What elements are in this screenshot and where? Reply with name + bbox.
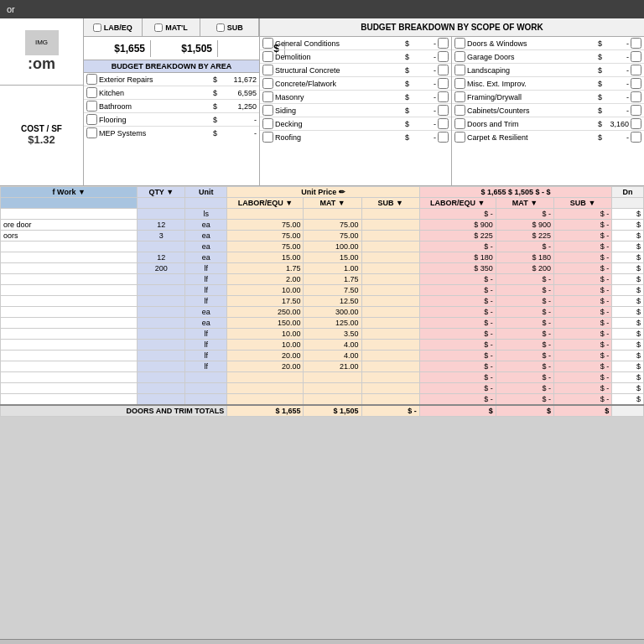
row-dt: $ [612,274,644,285]
sub-checkbox[interactable] [216,23,225,32]
area-checkbox-3[interactable] [86,114,97,125]
table-row: ea 75.00 100.00 $ - $ - $ - $ [1,242,644,252]
scope-check-11[interactable] [454,78,465,89]
area-checkbox-0[interactable] [86,74,97,85]
row-unit: lf [185,263,227,274]
scope-check-1[interactable] [262,51,273,62]
row-labor-total: $ - [419,340,496,351]
scope-check-15[interactable] [454,132,465,143]
row-mat-total: $ - [496,209,553,220]
row-labor-total: $ - [419,394,496,406]
scope-check-3b[interactable] [438,78,449,89]
col-dn: Dn [612,187,644,198]
row-labor-price: 150.00 [227,318,304,329]
scope-check-10[interactable] [454,65,465,75]
row-sub-total: $ - [554,263,612,274]
row-labor-total: $ - [419,307,496,318]
row-desc: ore door [1,220,138,231]
scope-check-3[interactable] [262,78,273,89]
scope-check-13[interactable] [454,105,465,116]
scope-check-7b[interactable] [438,132,449,143]
row-labor-total: $ - [419,361,496,372]
row-unit: lf [185,296,227,307]
row-desc [1,351,138,361]
row-labor-price [227,383,304,394]
scope-check-5b[interactable] [438,105,449,116]
row-mat-price: 12.50 [304,296,361,307]
scope-check-9[interactable] [454,51,465,62]
sub-header: SUB [200,18,259,36]
col-qty: QTY ▼ [138,187,185,198]
labEq-header: LAB/EQ [84,18,143,36]
matl-checkbox[interactable] [154,23,163,32]
row-qty [138,307,185,318]
row-labor-price: 15.00 [227,252,304,263]
scope-check-6[interactable] [262,118,273,129]
scope-title: BUDGET BREAKDOWN BY SCOPE OF WORK [260,18,644,37]
row-labor-price: 2.00 [227,274,304,285]
row-mat-price: 75.00 [304,220,361,231]
scope-item-1: Demolition $ - [260,50,451,64]
row-mat-total: $ 900 [496,220,553,231]
title-bar: or [0,0,644,18]
scope-check-8b[interactable] [631,38,641,49]
row-qty [138,351,185,361]
scope-check-0[interactable] [262,38,273,49]
scope-check-14[interactable] [454,118,465,129]
row-dt: $ [612,231,644,242]
scope-check-6b[interactable] [438,118,449,129]
table-row: ore door 12 ea 75.00 75.00 $ 900 $ 900 $… [1,220,644,231]
row-sub-total: $ - [554,307,612,318]
scope-check-8[interactable] [454,38,465,49]
row-sub-total: $ - [554,361,612,372]
scope-check-5[interactable] [262,105,273,116]
scope-check-12[interactable] [454,91,465,102]
scope-item-2: Structural Concrete $ - [260,64,451,77]
row-labor-total: $ - [419,383,496,394]
totals-row: DOORS AND TRIM TOTALS $ 1,655 $ 1,505 $ … [1,405,644,417]
scope-check-4[interactable] [262,91,273,102]
row-labor-total: $ - [419,296,496,307]
scope-check-13b[interactable] [631,105,641,116]
scope-check-2[interactable] [262,65,273,75]
row-mat-total: $ - [496,307,553,318]
area-checkbox-1[interactable] [86,87,97,98]
row-sub-total: $ - [554,252,612,263]
row-sub-price [361,252,419,263]
scope-item-0: General Conditions $ - [260,37,451,50]
unit-price-sub-row: LABOR/EQU ▼ MAT ▼ SUB ▼ LABOR/EQU ▼ MAT [1,198,644,209]
row-sub-total: $ - [554,296,612,307]
row-mat-total: $ - [496,394,553,406]
sub-col-labor-equ1: LABOR/EQU ▼ [227,198,304,209]
scope-check-15b[interactable] [631,132,641,143]
row-mat-price [304,383,361,394]
row-dt: $ [612,252,644,263]
scope-check-9b[interactable] [631,51,641,62]
row-dt: $ [612,307,644,318]
scope-check-1b[interactable] [438,51,449,62]
area-checkbox-4[interactable] [86,127,97,138]
logo-text: :om [28,55,55,73]
scope-check-7[interactable] [262,132,273,143]
scope-check-0b[interactable] [438,38,449,49]
scope-check-10b[interactable] [631,65,641,75]
row-desc [1,340,138,351]
row-qty [138,285,185,296]
row-mat-price: 7.50 [304,285,361,296]
cost-sf-value: $1.32 [28,133,55,146]
scope-check-2b[interactable] [438,65,449,75]
row-mat-price: 100.00 [304,242,361,252]
table-row: ea 250.00 300.00 $ - $ - $ - $ [1,307,644,318]
row-labor-price: 75.00 [227,220,304,231]
scope-check-4b[interactable] [438,91,449,102]
area-checkbox-2[interactable] [86,101,97,112]
row-mat-total: $ - [496,329,553,340]
row-unit [185,394,227,406]
labEq-checkbox[interactable] [93,23,101,32]
data-table: f Work ▼ QTY ▼ Unit Unit Price ✏ $ 1,655 [0,186,644,417]
scope-check-12b[interactable] [631,91,641,102]
scope-check-14b[interactable] [631,118,641,129]
row-desc [1,329,138,340]
row-mat-price: 4.00 [304,351,361,361]
scope-check-11b[interactable] [631,78,641,89]
